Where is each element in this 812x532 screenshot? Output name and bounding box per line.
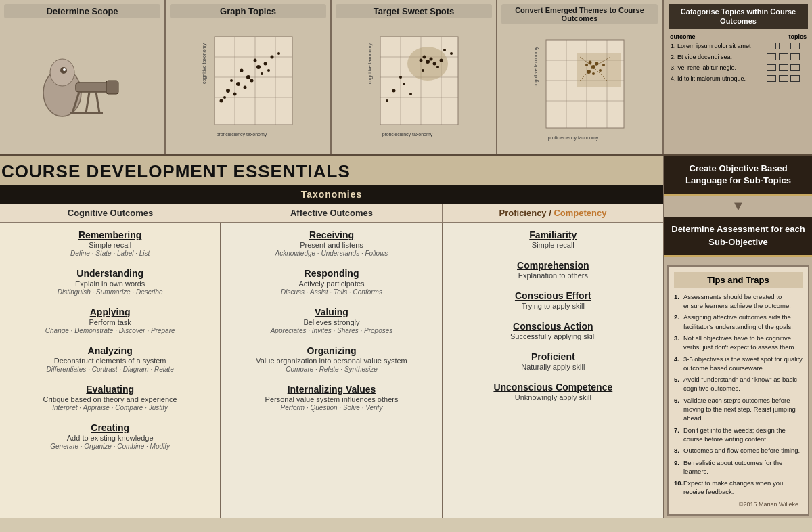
graph-topics-area: cognitive taxonomy proficieciency taxono…: [198, 21, 299, 150]
evaluating-title: Evaluating: [8, 384, 212, 395]
svg-point-55: [403, 83, 405, 85]
step4-title: Convert Emerged Themes to Course Outcome…: [501, 4, 658, 24]
svg-point-30: [261, 72, 263, 75]
proficiency-item-unconscious: Unconscious Competence Unknowingly apply…: [451, 382, 655, 401]
proficiency-column: Familiarity Simple recall Comprehension …: [443, 223, 663, 518]
checkbox: [779, 53, 788, 60]
valuing-detail: Appreciates · Invites · Shares · Propose…: [229, 327, 433, 334]
determine-assessment-block: Determine Assessment for each Sub-Object…: [664, 217, 812, 257]
creating-detail: Generate · Organize · Combine · Modify: [8, 443, 212, 450]
categorise-title: Catagorise Topics within Course Outcomes: [669, 4, 808, 29]
conscious-action-title: Conscious Action: [451, 321, 655, 332]
affective-item-responding: Responding Actively participates Discuss…: [229, 268, 433, 296]
outcome-table: outcome topics 1. Lorem ipsum dolor sit …: [669, 32, 808, 85]
taxonomies-bar: Taxonomies: [0, 185, 663, 204]
topics-col-header: topics: [765, 32, 808, 41]
col-header-affective: Affective Outcomes: [221, 204, 443, 222]
proficiency-label: Proficiency /: [499, 208, 554, 218]
understanding-sub: Explain in own words: [8, 280, 212, 288]
conscious-effort-sub: Trying to apply skill: [451, 302, 655, 310]
outcome-row-3: 3. Vel rene labitur negio.: [669, 63, 808, 74]
creating-title: Creating: [8, 422, 212, 433]
cognitive-item-remembering: Remembering Simple recall Define · State…: [8, 229, 212, 257]
applying-detail: Change · Demonstrate · Discover · Prepar…: [8, 327, 212, 334]
checkbox: [767, 53, 776, 60]
cognitive-item-evaluating: Evaluating Critique based on theory and …: [8, 384, 212, 412]
tip-3: 3.Not all objectives have to be cognitiv…: [674, 334, 803, 352]
svg-point-9: [63, 68, 66, 71]
outcome-text-3: 3. Vel rene labitur negio.: [669, 63, 765, 74]
checkbox: [767, 64, 776, 71]
outcome-text-2: 2. Et vide docendi sea.: [669, 52, 765, 63]
familiarity-title: Familiarity: [451, 229, 655, 240]
svg-point-52: [439, 59, 443, 62]
convert-themes-area: cognitive taxonomy proficieciency taxono…: [529, 27, 631, 150]
affective-column: Receiving Present and listens Acknowledg…: [221, 223, 443, 518]
understanding-title: Understanding: [8, 268, 212, 279]
svg-point-53: [436, 66, 439, 68]
svg-point-57: [399, 76, 402, 79]
top-section: Determine Scope Graph Topic: [0, 0, 812, 156]
applying-title: Applying: [8, 307, 212, 317]
svg-rect-3: [106, 81, 118, 94]
svg-point-78: [585, 64, 588, 66]
svg-point-29: [230, 79, 233, 82]
organizing-sub: Value organization into personal value s…: [229, 357, 433, 365]
step1-title: Determine Scope: [4, 4, 160, 18]
cognitive-item-creating: Creating Add to existing knowledge Gener…: [8, 422, 212, 450]
svg-point-32: [267, 69, 270, 72]
cognitive-column: Remembering Simple recall Define · State…: [0, 223, 221, 518]
remembering-sub: Simple recall: [8, 241, 212, 249]
svg-point-22: [243, 86, 246, 89]
conscious-effort-title: Conscious Effort: [451, 290, 655, 301]
cognitive-item-applying: Applying Perform task Change · Demonstra…: [8, 307, 212, 334]
cognitive-item-understanding: Understanding Explain in own words Disti…: [8, 268, 212, 296]
outcome-row-2: 2. Et vide docendi sea.: [669, 52, 808, 63]
analyzing-detail: Differentiates · Contrast · Diagram · Re…: [8, 365, 212, 373]
arrow-down-icon: ▼: [664, 198, 812, 214]
evaluating-sub: Critique based on theory and experience: [8, 395, 212, 403]
step-target-sweet-spots: Target Sweet Spots cognitive taxonomy pr…: [332, 0, 497, 154]
receiving-detail: Acknowledge · Understands · Follows: [229, 250, 433, 257]
svg-text:proficieciency taxonomy: proficieciency taxonomy: [547, 135, 598, 141]
svg-point-21: [233, 93, 236, 96]
comprehension-title: Comprehension: [451, 260, 655, 271]
columns-header: Cognitive Outcomes Affective Outcomes Pr…: [0, 204, 663, 223]
svg-point-76: [602, 64, 605, 66]
proficiency-item-conscious-action: Conscious Action Successfully applying s…: [451, 321, 655, 340]
svg-point-48: [426, 60, 430, 64]
svg-point-26: [256, 65, 261, 69]
responding-title: Responding: [229, 268, 433, 279]
tip-6: 6.Validate each step's outcomes before m…: [674, 396, 803, 423]
svg-point-58: [409, 93, 412, 95]
outcome-text-4: 4. Id tollit malorum utnoque.: [669, 74, 765, 85]
outcome-boxes-3: [765, 63, 808, 74]
affective-item-valuing: Valuing Believes strongly Appreciates · …: [229, 307, 433, 334]
tip-1: 1.Assessments should be created to ensur…: [674, 292, 803, 311]
conscious-action-sub: Successfully applying skill: [451, 332, 655, 340]
outcome-row-1: 1. Lorem ipsum dolor sit amet: [669, 41, 808, 52]
svg-point-51: [422, 69, 424, 72]
svg-point-77: [592, 72, 595, 75]
creating-sub: Add to existing knowledge: [8, 434, 212, 442]
affective-item-receiving: Receiving Present and listens Acknowledg…: [229, 229, 433, 257]
svg-point-28: [253, 59, 256, 62]
checkbox: [779, 43, 788, 49]
svg-point-47: [422, 56, 426, 59]
svg-line-5: [86, 92, 89, 113]
col-header-cognitive: Cognitive Outcomes: [0, 204, 221, 222]
analyzing-sub: Deconstruct elements of a system: [8, 357, 212, 365]
applying-sub: Perform task: [8, 318, 212, 326]
checkbox: [767, 75, 776, 82]
checkbox: [790, 43, 800, 49]
tip-2: 2.Assigning affective outcomes aids the …: [674, 313, 803, 331]
svg-text:proficieciency taxonomy: proficieciency taxonomy: [216, 132, 267, 137]
tip-7: 7.Don't get into the weeds; design the c…: [674, 426, 803, 444]
svg-point-20: [236, 82, 240, 86]
svg-rect-68: [577, 53, 621, 87]
svg-text:cognitive taxonomy: cognitive taxonomy: [533, 46, 539, 87]
analyzing-title: Analyzing: [8, 345, 212, 356]
responding-detail: Discuss · Assist · Tells · Conforms: [229, 288, 433, 296]
svg-point-56: [386, 99, 388, 102]
familiarity-sub: Simple recall: [451, 241, 655, 249]
